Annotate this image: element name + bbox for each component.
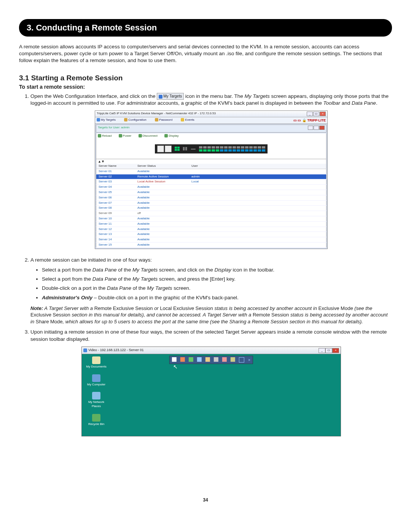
display-button[interactable]: Display: [164, 134, 182, 137]
logo-text: TRIPP·LITE: [307, 118, 326, 122]
mouse-cursor: ↖: [173, 363, 178, 371]
reload-icon: [98, 134, 101, 137]
t: My Targets: [132, 276, 158, 282]
t: Double-click on a port in the: [42, 285, 107, 291]
cell-status: Remote Active Session: [135, 174, 189, 179]
cell-name: Server 05: [96, 190, 135, 195]
col-user[interactable]: User: [189, 164, 327, 169]
kvm-back-panel[interactable]: III —: [96, 139, 327, 159]
btn-label: Reload: [102, 134, 112, 137]
tool-icon[interactable]: [197, 357, 202, 362]
close-button[interactable]: ×: [320, 112, 326, 116]
remote-desktop[interactable]: × ↖ My Documents My Computer My Network …: [82, 354, 341, 436]
folder-icon: [92, 356, 100, 364]
table-row[interactable]: Server 12Available: [96, 227, 327, 232]
table-row[interactable]: Server 01Available: [96, 169, 327, 174]
t: screen.: [172, 285, 190, 291]
col-server-status[interactable]: Server Status: [135, 164, 189, 169]
cell-user: [189, 169, 327, 174]
page-number: 34: [19, 497, 392, 503]
t: section in this manual for details), and…: [72, 312, 252, 318]
table-row[interactable]: Server 15Available: [96, 242, 327, 248]
table-row[interactable]: Server 10Available: [96, 216, 327, 221]
maximize-button[interactable]: ▭: [313, 112, 319, 116]
table-row[interactable]: Server 14Available: [96, 237, 327, 243]
tab-label: Configuration: [128, 118, 147, 121]
desktop-icon-my-documents[interactable]: My Documents: [85, 356, 108, 369]
fullscreen-icon[interactable]: [239, 357, 244, 363]
table-row[interactable]: Server 03Local Active SessionLocal: [96, 179, 327, 185]
cell-status: Available: [135, 195, 189, 200]
min-btn[interactable]: [308, 126, 313, 130]
table-row[interactable]: Server 02Remote Active Sessionadmin: [96, 174, 327, 179]
minimize-button[interactable]: _: [307, 112, 313, 116]
disconnect-icon: [139, 134, 142, 137]
step-3: Upon initiating a remote session in one …: [30, 329, 392, 436]
desktop-icon-recycle-bin[interactable]: Recycle Bin: [85, 414, 108, 427]
t: Data Pane: [107, 285, 131, 291]
cell-name: Server 07: [96, 200, 135, 206]
cell-status: Local Active Session: [135, 179, 189, 185]
table-row[interactable]: Server 06Available: [96, 195, 327, 200]
table-row[interactable]: Server 08Available: [96, 206, 327, 211]
table-row[interactable]: Server 04Available: [96, 185, 327, 190]
maximize-button[interactable]: ▭: [325, 348, 332, 353]
cell-status: Available: [135, 227, 189, 232]
close-toolbar-icon[interactable]: ×: [248, 357, 250, 362]
badge-label: My Targets: [163, 94, 182, 98]
step1-em-c: My Targets: [245, 93, 270, 99]
t: Remote Session: [253, 312, 290, 318]
tab-my-targets[interactable]: My Targets: [97, 118, 119, 121]
table-row[interactable]: Server 05Available: [96, 190, 327, 195]
cell-name: Server 08: [96, 206, 135, 211]
t: Select a port from the: [42, 276, 92, 282]
tab-configuration[interactable]: Configuration: [124, 118, 150, 121]
cell-name: Server 02: [96, 174, 135, 179]
close-btn[interactable]: [319, 126, 325, 130]
tab-password[interactable]: Password: [155, 118, 176, 121]
display-icon: [164, 134, 168, 137]
desktop-icon-network-places[interactable]: My Network Places: [85, 392, 108, 409]
tool-icon[interactable]: [231, 357, 235, 362]
close-button[interactable]: ×: [332, 348, 339, 353]
cell-name: Server 03: [96, 179, 135, 185]
tab-events[interactable]: Events: [181, 118, 198, 121]
t: screen, and click on the: [158, 267, 214, 273]
cell-status: Available: [135, 237, 189, 243]
t: Local Exclusive Session: [160, 305, 214, 311]
cell-user: admin: [189, 174, 327, 179]
table-row[interactable]: Server 13Available: [96, 232, 327, 237]
cell-name: Server 12: [96, 227, 135, 232]
cell-name: Server 04: [96, 185, 135, 190]
table-row[interactable]: Server 11Available: [96, 221, 327, 227]
sort-arrows[interactable]: ▲▼: [96, 159, 327, 164]
tab-label: Password: [159, 118, 172, 121]
table-row[interactable]: Server 07Available: [96, 200, 327, 206]
tool-icon[interactable]: [222, 357, 227, 362]
network-icon: [92, 392, 100, 399]
table-row[interactable]: Server 09off: [96, 211, 327, 216]
t: Exclusive Mode: [319, 305, 355, 311]
max-btn[interactable]: [314, 126, 319, 130]
t: Display: [215, 267, 231, 273]
targets-icon: [97, 118, 100, 121]
col-server-name[interactable]: Server Name: [96, 164, 135, 169]
t: Note:: [30, 305, 43, 311]
brand-logo: ▭ ▭ 🔒 TRIPP·LITE: [293, 118, 326, 123]
tool-icon[interactable]: [180, 357, 185, 362]
reload-button[interactable]: Reload: [98, 134, 115, 137]
power-button[interactable]: Power: [119, 134, 135, 137]
t: icon in the toolbar.: [231, 267, 274, 273]
disconnect-button[interactable]: Disconnect: [139, 134, 161, 137]
tool-icon[interactable]: [214, 357, 218, 362]
tool-icon[interactable]: [206, 357, 210, 362]
bullet-4: Administrator's Only – Double-click on a…: [42, 294, 392, 301]
cursor-icon[interactable]: [172, 357, 177, 362]
tool-icon[interactable]: [189, 357, 193, 362]
lead-text: To start a remote session:: [19, 84, 392, 90]
cell-user: [189, 190, 327, 195]
desktop-icon-my-computer[interactable]: My Computer: [85, 374, 108, 387]
minimize-button[interactable]: _: [319, 348, 325, 353]
t: , which allows for up to 5 users to acce…: [63, 319, 363, 324]
remote-session-toolbar[interactable]: ×: [169, 356, 253, 364]
